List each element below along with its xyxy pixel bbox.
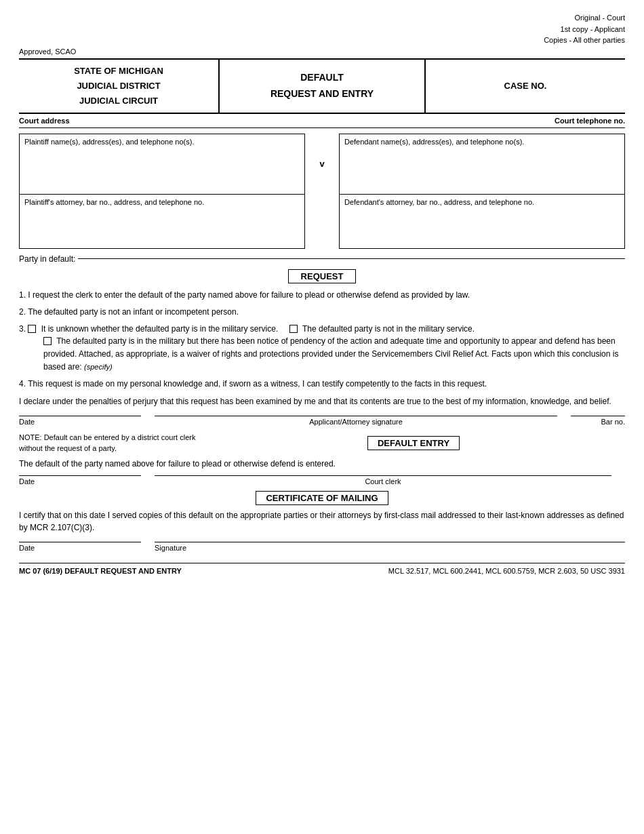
party-boxes: Plaintiff name(s), address(es), and tele… — [19, 134, 625, 249]
item3-text1: It is unknown whether the defaulted part… — [41, 324, 279, 334]
note-text: NOTE: Default can be entered by a distri… — [19, 433, 202, 454]
court-address-label: Court address — [19, 117, 70, 125]
plaintiff-name-box[interactable]: Plaintiff name(s), address(es), and tele… — [19, 134, 305, 195]
court-phone-label: Court telephone no. — [555, 117, 625, 125]
footer-row: MC 07 (6/19) DEFAULT REQUEST AND ENTRY M… — [19, 563, 625, 575]
attorney-sig-label: Applicant/Attorney signature — [155, 418, 557, 426]
item-2: 2. The defaulted party is not an infant … — [19, 306, 625, 318]
court-info-row: Court address Court telephone no. — [19, 114, 625, 128]
all-copies-text: Copies - All other parties — [19, 35, 625, 46]
plaintiff-attorney-box[interactable]: Plaintiff's attorney, bar no., address, … — [19, 195, 305, 249]
item4-text: 4. This request is made on my personal k… — [19, 379, 487, 389]
first-copy-text: 1st copy - Applicant — [19, 24, 625, 35]
item3-text2: The defaulted party is not in the milita… — [302, 324, 475, 334]
defendant-attorney-label: Defendant's attorney, bar no., address, … — [344, 198, 534, 206]
request-title-box: REQUEST — [288, 269, 357, 283]
party-default-row: Party in default: — [19, 254, 625, 264]
checkbox-military-notice[interactable] — [43, 337, 52, 345]
signature-area: Date Applicant/Attorney signature Bar no… — [19, 416, 625, 426]
cert-sig-row — [19, 542, 625, 542]
bar-no-sig-line — [571, 416, 625, 416]
plaintiff-box-label: Plaintiff name(s), address(es), and tele… — [24, 138, 194, 146]
item1-text: 1. I request the clerk to enter the defa… — [19, 290, 470, 300]
checkbox-not-military[interactable] — [289, 325, 298, 333]
court-clerk-line — [155, 475, 611, 476]
item3-specify: (specify) — [84, 363, 113, 371]
cert-sig-labels: Date Signature — [19, 544, 625, 552]
party-default-line[interactable] — [78, 258, 625, 259]
item-3: 3. It is unknown whether the defaulted p… — [19, 323, 625, 373]
default-entry-title: DEFAULT ENTRY — [367, 436, 460, 450]
request-entry-title: REQUEST AND ENTRY — [226, 86, 418, 102]
item-4: 4. This request is made on my personal k… — [19, 378, 625, 390]
approved-label: Approved, SCAO — [19, 47, 625, 56]
cert-sig-label: Signature — [155, 544, 625, 552]
court-clerk-row — [19, 475, 625, 476]
default-title: DEFAULT — [226, 70, 418, 86]
footer-left-text: MC 07 (6/19) DEFAULT REQUEST AND ENTRY — [19, 567, 182, 575]
defendant-attorney-box[interactable]: Defendant's attorney, bar no., address, … — [339, 195, 625, 249]
plaintiff-attorney-label: Plaintiff's attorney, bar no., address, … — [24, 198, 204, 206]
defendant-name-box[interactable]: Defendant name(s), address(es), and tele… — [339, 134, 625, 195]
item2-text: 2. The defaulted party is not an infant … — [19, 307, 239, 317]
cert-title-box: CERTIFICATE OF MAILING — [256, 491, 388, 505]
header-right-cell: CASE NO. — [425, 59, 625, 113]
cert-text: I certify that on this date I served cop… — [19, 509, 625, 534]
item-1: 1. I request the clerk to enter the defa… — [19, 289, 625, 301]
cert-date-label: Date — [19, 544, 141, 552]
date-label: Date — [19, 418, 141, 426]
date-sig-line — [19, 416, 141, 416]
copy-info: Original - Court 1st copy - Applicant Co… — [19, 12, 625, 46]
court-clerk-label: Court clerk — [155, 477, 611, 485]
defendant-box-label: Defendant name(s), address(es), and tele… — [344, 138, 524, 146]
court-date-line — [19, 475, 141, 476]
item3-text3: The defaulted party is in the military b… — [43, 336, 618, 371]
default-entry-section: DEFAULT ENTRY — [202, 436, 625, 450]
court-date-label: Date — [19, 477, 141, 485]
cert-date-line — [19, 542, 141, 542]
declare-text: I declare under the penalties of perjury… — [19, 395, 625, 408]
request-section-title: REQUEST — [19, 269, 625, 283]
court-clerk-labels: Date Court clerk — [19, 477, 625, 485]
cert-section-title: CERTIFICATE OF MAILING — [19, 491, 625, 505]
judicial-circuit: JUDICIAL CIRCUIT — [26, 94, 212, 108]
header-table: STATE OF MICHIGAN JUDICIAL DISTRICT JUDI… — [19, 58, 625, 114]
entry-text: The default of the party named above for… — [19, 458, 625, 470]
footer-right-text: MCL 32.517, MCL 600.2441, MCL 600.5759, … — [388, 567, 625, 575]
cert-sig-line — [155, 542, 625, 542]
party-default-label: Party in default: — [19, 254, 75, 264]
checkbox-military-unknown[interactable] — [28, 325, 36, 333]
case-no-label: CASE NO. — [504, 81, 547, 91]
judicial-district: JUDICIAL DISTRICT — [26, 79, 212, 94]
attorney-sig-line — [155, 416, 557, 416]
note-entry-row: NOTE: Default can be entered by a distri… — [19, 433, 625, 454]
item3-prefix: 3. — [19, 324, 26, 334]
header-left-cell: STATE OF MICHIGAN JUDICIAL DISTRICT JUDI… — [19, 59, 219, 113]
state-michigan: STATE OF MICHIGAN — [26, 64, 212, 79]
header-center-cell: DEFAULT REQUEST AND ENTRY — [219, 59, 425, 113]
approved-text: Approved, SCAO — [19, 47, 76, 56]
original-copy-text: Original - Court — [19, 12, 625, 24]
versus-label: v — [305, 134, 339, 195]
bar-no-label: Bar no. — [571, 418, 625, 426]
